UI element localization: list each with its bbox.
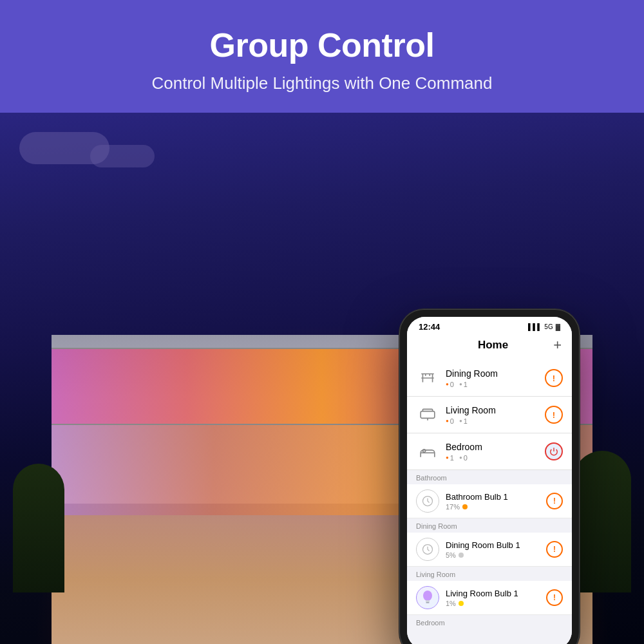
add-home-button[interactable]: + — [553, 337, 562, 354]
on-dot: ● — [446, 418, 449, 424]
living-bulb-name: Living Room Bulb 1 — [446, 589, 546, 598]
colored-bulb-icon — [421, 590, 434, 605]
svg-rect-8 — [426, 602, 430, 603]
app-header-title: Home — [433, 339, 553, 352]
dining-on-count: ● 0 — [446, 381, 454, 388]
rooms-section[interactable]: Dining Room ● 0 ● 1 — [407, 360, 572, 644]
dining-bulb-icon-wrap — [416, 538, 439, 561]
room-card-dining[interactable]: Dining Room ● 0 ● 1 — [407, 360, 572, 397]
signal-icon: ▌▌▌ — [528, 323, 542, 330]
dining-bulb-action[interactable]: ! — [546, 541, 563, 558]
phone-screen: 12:44 ▌▌▌ 5G ▓ Home + — [407, 317, 572, 644]
section-bedroom-devices: Bedroom — [407, 615, 572, 629]
bedroom-power-button[interactable] — [545, 442, 563, 460]
app-header: Home + — [407, 334, 572, 360]
rooms-group: Dining Room ● 0 ● 1 — [407, 360, 572, 470]
bedroom-icon — [419, 443, 436, 460]
living-room-icon — [419, 406, 436, 423]
off-dot: ● — [459, 381, 462, 387]
bathroom-bulb-status: 17% — [446, 503, 546, 511]
svg-point-6 — [423, 591, 432, 601]
page-wrapper: Group Control Control Multiple Lightings… — [0, 0, 644, 644]
subtitle: Control Multiple Lightings with One Comm… — [13, 73, 631, 93]
status-dot-orange — [462, 504, 468, 509]
status-dot-gray — [459, 553, 464, 558]
living-room-name: Living Room — [446, 405, 545, 415]
svg-point-2 — [422, 450, 425, 452]
bedroom-room-info: Bedroom ● 1 ● 0 — [446, 442, 545, 462]
dining-room-info: Dining Room ● 0 ● 1 — [446, 368, 545, 388]
status-bar: 12:44 ▌▌▌ 5G ▓ — [407, 317, 572, 334]
off-dot: ● — [459, 455, 462, 460]
device-living-bulb1[interactable]: Living Room Bulb 1 1% ! — [407, 581, 572, 615]
living-bulb-status: 1% — [446, 600, 546, 607]
header-section: Group Control Control Multiple Lightings… — [0, 0, 644, 113]
bedroom-on-count: ● 1 — [446, 454, 454, 462]
living-room-info: Living Room ● 0 ● 1 — [446, 405, 545, 425]
bedroom-room-name: Bedroom — [446, 442, 545, 452]
dining-room-name: Dining Room — [446, 368, 545, 379]
living-bulb-action[interactable]: ! — [546, 589, 563, 606]
dining-bulb-info: Dining Room Bulb 1 5% — [446, 540, 546, 559]
bedroom-off-count: ● 0 — [459, 454, 468, 462]
bathroom-bulb-icon-wrap — [416, 489, 439, 513]
living-room-devices: ● 0 ● 1 — [446, 417, 545, 425]
dining-room-icon-wrap — [416, 366, 439, 390]
living-off-count: ● 1 — [459, 417, 468, 425]
on-dot: ● — [446, 455, 449, 460]
on-dot: ● — [446, 381, 449, 387]
status-dot-yellow — [459, 601, 464, 606]
dining-room-devices: ● 0 ● 1 — [446, 381, 545, 388]
bedroom-icon-wrap — [416, 440, 439, 463]
device-dining-bulb1[interactable]: Dining Room Bulb 1 5% ! — [407, 533, 572, 567]
living-action-button[interactable]: ! — [545, 406, 563, 424]
room-card-bedroom[interactable]: Bedroom ● 1 ● 0 — [407, 433, 572, 470]
dining-icon — [419, 370, 436, 386]
bathroom-bulb-name: Bathroom Bulb 1 — [446, 492, 546, 502]
dining-bulb-name: Dining Room Bulb 1 — [446, 540, 546, 550]
dining-bulb-status: 5% — [446, 551, 546, 559]
living-bulb-info: Living Room Bulb 1 1% — [446, 589, 546, 607]
status-time: 12:44 — [419, 322, 440, 332]
bulb-icon — [421, 495, 434, 507]
power-icon — [549, 447, 558, 456]
status-icons: ▌▌▌ 5G ▓ — [528, 323, 560, 330]
house-section: 12:44 ▌▌▌ 5G ▓ Home + — [0, 113, 644, 644]
bathroom-bulb-info: Bathroom Bulb 1 17% — [446, 492, 546, 511]
device-bathroom-bulb1[interactable]: Bathroom Bulb 1 17% ! — [407, 484, 572, 518]
phone-container: 12:44 ▌▌▌ 5G ▓ Home + — [399, 309, 580, 644]
network-label: 5G — [544, 323, 553, 330]
section-bathroom: Bathroom — [407, 470, 572, 484]
tree-right — [573, 451, 631, 592]
section-dining-devices: Dining Room — [407, 518, 572, 533]
living-on-count: ● 0 — [446, 417, 454, 425]
dining-off-count: ● 1 — [459, 381, 468, 388]
living-room-icon-wrap — [416, 403, 439, 426]
tree-left — [13, 464, 64, 592]
dining-action-button[interactable]: ! — [545, 369, 563, 387]
main-title: Group Control — [13, 26, 631, 64]
svg-rect-0 — [421, 412, 435, 419]
phone-frame: 12:44 ▌▌▌ 5G ▓ Home + — [399, 309, 580, 644]
battery-icon: ▓ — [556, 323, 560, 330]
cloud2 — [90, 145, 155, 167]
bedroom-room-devices: ● 1 ● 0 — [446, 454, 545, 462]
bulb-icon-dining — [421, 543, 434, 556]
off-dot: ● — [459, 418, 462, 424]
living-bulb-icon-wrap — [416, 586, 439, 609]
section-living-devices: Living Room — [407, 567, 572, 581]
room-card-living[interactable]: Living Room ● 0 ● 1 — [407, 397, 572, 433]
svg-rect-7 — [426, 600, 430, 602]
bathroom-bulb-action[interactable]: ! — [546, 493, 563, 509]
